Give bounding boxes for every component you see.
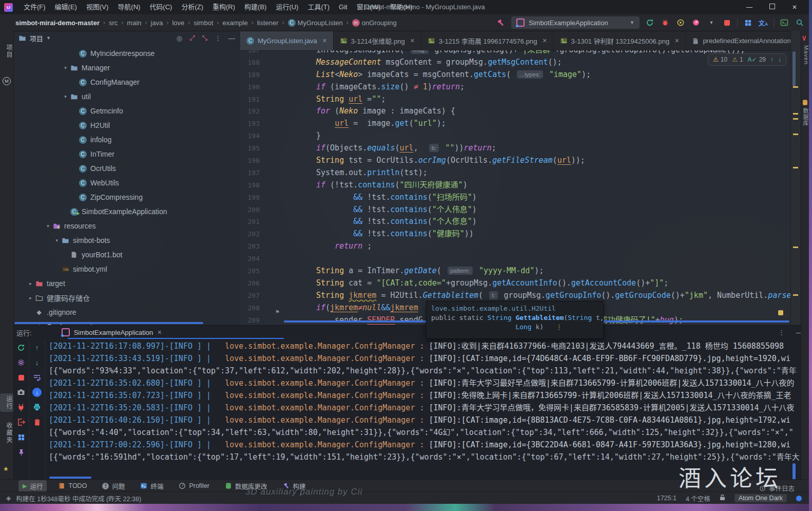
tree-chevron-icon[interactable]: ▸ (26, 281, 35, 286)
color-scheme-name[interactable]: Atom One Dark (734, 494, 787, 502)
breadcrumb-item[interactable]: src (109, 19, 118, 27)
project-tree-item[interactable]: Cinfolog (13, 133, 240, 147)
profiler-icon[interactable] (691, 17, 701, 28)
breadcrumb-item[interactable]: love (172, 19, 184, 27)
breadcrumb-item[interactable]: CMyGroupListen (288, 19, 343, 27)
expand-all-icon[interactable]: ⤢ (189, 34, 195, 42)
hide-panel-icon[interactable]: — (228, 34, 235, 42)
menu-item[interactable]: 分析(Z) (177, 0, 208, 14)
project-header[interactable]: 项目 ▼ ◎ ⤢ ⤡ ⋮ — (13, 31, 240, 45)
pin-icon[interactable] (16, 447, 26, 457)
maven-m-icon[interactable]: M (3, 77, 11, 85)
close-button[interactable]: ✕ (783, 0, 806, 14)
console-output[interactable]: [2021-11-22T16:17:08.997]-[INFO ] | love… (49, 340, 809, 480)
scrollend-icon[interactable]: ↓ (32, 388, 42, 397)
project-tree-item[interactable]: CZipCompressing (13, 190, 240, 204)
tool-button-maven[interactable]: Maven (801, 45, 809, 65)
event-log-button[interactable]: 事件日志 (759, 483, 795, 493)
console-vertical-scrollbar[interactable] (792, 463, 796, 480)
editor-tab[interactable]: CMyGroupListen.java✕ (240, 31, 334, 50)
project-tree-item[interactable]: ▸健康码存储仓 (13, 291, 240, 305)
project-tree-item[interactable]: ◆.gitignore (13, 305, 240, 319)
up-icon[interactable]: ↑ (32, 343, 42, 352)
project-tree-item[interactable]: ▾Manager (13, 61, 240, 75)
tool-window-button-终端[interactable]: 终端 (136, 480, 167, 492)
more-options-icon[interactable]: ⋮ (778, 329, 785, 336)
project-tree-item[interactable]: CMyIncidentresponse (13, 46, 240, 61)
build-hammer-icon[interactable] (496, 17, 506, 28)
breadcrumb-item[interactable]: simbot (194, 19, 213, 27)
menu-item[interactable]: 重构(R) (208, 0, 240, 14)
lock-icon[interactable] (720, 494, 725, 502)
indent-setting[interactable]: 4 个空格 (686, 494, 710, 503)
breadcrumb-item[interactable]: simbot-mirai-demo-master (15, 19, 100, 27)
project-tree-item[interactable]: CGetmcinfo (13, 104, 240, 118)
rerun-icon[interactable] (645, 17, 655, 28)
tree-chevron-icon[interactable]: ▸ (26, 295, 35, 300)
translate-icon[interactable]: 文A (758, 17, 768, 28)
grid-icon[interactable] (743, 17, 753, 28)
chevdn-icon[interactable]: ▼ (706, 17, 717, 28)
next-problem-icon[interactable]: ↓ (778, 56, 781, 63)
run-configuration-select[interactable]: SimbotExampleApplication ▼ (511, 16, 640, 29)
editor-tab[interactable]: 3-1215 李雨晨 19961774576.png✕ (421, 31, 554, 50)
breadcrumb-item[interactable]: main (127, 19, 141, 27)
breadcrumb-item[interactable]: listener (257, 19, 279, 27)
plug-icon[interactable] (16, 403, 26, 412)
close-icon[interactable]: ✕ (674, 37, 679, 44)
project-tree-item[interactable]: CWebUtils (13, 176, 240, 190)
console-horizontal-scrollbar[interactable] (49, 477, 91, 479)
caret-position[interactable]: 1725:1 (657, 495, 676, 502)
database-icon[interactable] (802, 98, 808, 107)
menu-item[interactable]: Git (334, 0, 352, 14)
minimize-button[interactable]: — (738, 0, 761, 14)
menu-item[interactable]: 工具(T) (303, 0, 334, 14)
close-icon[interactable]: ✕ (157, 329, 162, 336)
close-icon[interactable]: ✕ (322, 37, 327, 44)
gear-icon[interactable] (16, 358, 26, 367)
gutter-bookmark-icon[interactable]: ⚑ (275, 309, 280, 315)
down-icon[interactable]: ↓ (32, 358, 42, 367)
terminal-icon[interactable] (779, 17, 789, 28)
close-icon[interactable]: ✕ (410, 37, 415, 44)
menu-item[interactable]: 文件(F) (19, 0, 50, 14)
menu-item[interactable]: 代码(C) (145, 0, 177, 14)
breadcrumb-item[interactable]: example (223, 19, 248, 27)
menu-item[interactable]: 运行(U) (271, 0, 303, 14)
tree-chevron-icon[interactable]: ▾ (61, 94, 70, 99)
editor-vertical-scrollbar[interactable] (792, 51, 796, 87)
project-tree-item[interactable]: YMLsimbot.yml (13, 262, 240, 276)
tool-button-project[interactable]: 项目 (0, 44, 13, 59)
tool-window-button-Profiler[interactable]: Profiler (175, 481, 214, 491)
grid-icon[interactable] (16, 432, 26, 442)
tree-chevron-icon[interactable]: ▾ (61, 65, 70, 70)
editor-area[interactable]: CMyGroupListen.java✕3-1214张维聪.png✕3-1215… (240, 31, 790, 325)
project-tree-item[interactable]: ▾resources (13, 219, 240, 233)
collapse-all-icon[interactable]: ⤡ (202, 34, 207, 42)
breadcrumb-item[interactable]: monGrouping (352, 19, 397, 27)
project-tree-item[interactable]: yourBot1.bot (13, 248, 240, 262)
more-options-icon[interactable]: ⋮ (215, 34, 221, 42)
breadcrumb-item[interactable]: java (151, 19, 163, 27)
tree-chevron-icon[interactable]: ▾ (52, 238, 61, 243)
menu-item[interactable]: 构建(B) (240, 0, 271, 14)
wrap-icon[interactable] (32, 373, 42, 382)
project-tree-item[interactable]: CInTimer (13, 147, 240, 161)
locate-icon[interactable]: ◎ (177, 34, 182, 42)
tool-window-button-TODO[interactable]: TODO (54, 481, 91, 491)
editor-error-stripe[interactable] (790, 31, 801, 325)
menu-item[interactable]: 导航(N) (113, 0, 145, 14)
project-tree-item[interactable]: ▸target (13, 276, 240, 291)
rerun-icon[interactable] (16, 343, 26, 352)
editor-tab[interactable]: 3-1214张维聪.png✕ (334, 31, 421, 50)
project-tree-item[interactable]: CConfigManager (13, 75, 240, 89)
stop-icon[interactable] (16, 373, 26, 382)
tool-window-button-运行[interactable]: ▶运行 (18, 480, 47, 492)
tree-chevron-icon[interactable]: ▾ (44, 223, 52, 229)
menu-item[interactable]: 视图(V) (82, 0, 113, 14)
close-icon[interactable]: ✕ (542, 37, 547, 44)
prev-problem-icon[interactable]: ↑ (770, 56, 774, 63)
run-console-tab[interactable]: SimbotExampleApplication ✕ (62, 328, 162, 336)
favorites-star-icon[interactable]: ★ (3, 465, 9, 472)
tool-button-database[interactable]: 数据库 (801, 108, 809, 126)
